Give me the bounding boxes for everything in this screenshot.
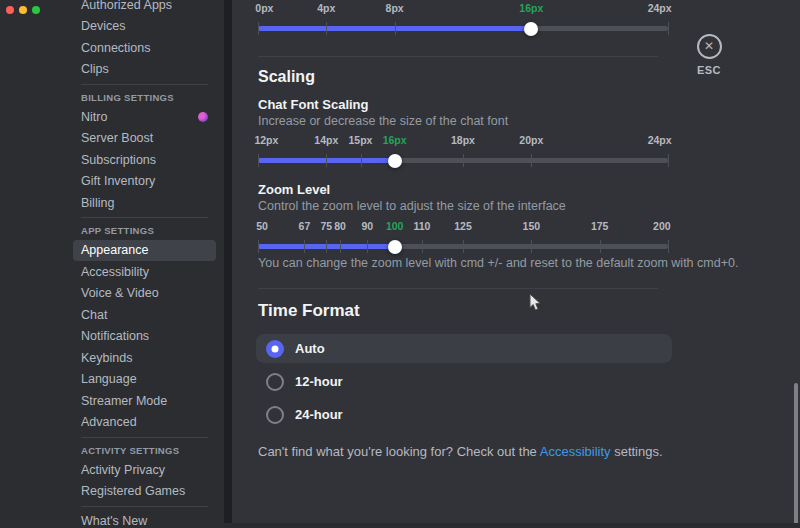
sidebar-item-label: Server Boost (81, 131, 153, 145)
slider-tick-label: 4px (317, 2, 335, 14)
slider-tick-label: 24px (648, 2, 672, 14)
close-window-icon[interactable] (6, 6, 14, 14)
radio-unselected-icon[interactable] (266, 406, 284, 424)
sidebar-item-voice-video[interactable]: Voice & Video (73, 283, 216, 305)
sidebar-item-what-s-new[interactable]: What's New (73, 510, 216, 528)
slider-tick-label: 16px (383, 134, 407, 146)
sidebar-item-streamer-mode[interactable]: Streamer Mode (73, 390, 216, 412)
slider-tick (367, 240, 368, 253)
slider-tick-label: 24px (648, 134, 672, 146)
slider-tick-label: 8px (386, 2, 404, 14)
mouse-cursor-icon (529, 293, 542, 312)
slider-tick-label: 18px (451, 134, 475, 146)
time-format-option-24-hour[interactable]: 24-hour (256, 400, 672, 429)
content-scrollbar[interactable] (794, 383, 798, 528)
sidebar-item-label: Language (81, 372, 137, 386)
sidebar-group-header-app-settings: APP SETTINGS (73, 222, 216, 240)
sidebar-item-label: Devices (81, 19, 125, 33)
divider (258, 288, 658, 289)
sidebar-item-activity-privacy[interactable]: Activity Privacy (73, 459, 216, 481)
sidebar-item-label: Appearance (81, 243, 148, 257)
sidebar-item-label: Streamer Mode (81, 394, 167, 408)
sidebar-item-authorized-apps[interactable]: Authorized Apps (73, 0, 216, 16)
sidebar-item-billing[interactable]: Billing (73, 192, 216, 214)
sidebar-item-keybinds[interactable]: Keybinds (73, 347, 216, 369)
sidebar-item-chat[interactable]: Chat (73, 304, 216, 326)
slider-tick (668, 154, 669, 167)
slider-tick (326, 240, 327, 253)
sidebar-item-notifications[interactable]: Notifications (73, 326, 216, 348)
sidebar-item-label: Advanced (81, 415, 137, 429)
footer-note: Can't find what you're looking for? Chec… (258, 444, 663, 459)
radio-option-label: 24-hour (295, 407, 343, 422)
slider-tick-label: 125 (454, 220, 472, 232)
discord-settings-window: Authorized AppsDevicesConnectionsClipsBI… (0, 0, 800, 528)
slider-thumb[interactable] (524, 22, 538, 36)
time-format-option-12-hour[interactable]: 12-hour (256, 367, 672, 396)
slider-tick (258, 240, 259, 253)
appearance-settings-content: 0px4px8px16px24px Scaling Chat Font Scal… (232, 0, 800, 528)
message-spacing-slider[interactable]: 0px4px8px16px24px (258, 2, 668, 42)
radio-option-label: Auto (295, 341, 325, 356)
chat-font-scaling-description: Increase or decrease the size of the cha… (258, 114, 508, 128)
sidebar-item-server-boost[interactable]: Server Boost (73, 128, 216, 150)
scaling-section-title: Scaling (258, 68, 315, 86)
chat-font-scaling-title: Chat Font Scaling (258, 97, 369, 112)
sidebar-item-label: Activity Privacy (81, 463, 165, 477)
chat-font-scaling-slider[interactable]: 12px14px15px16px18px20px24px (258, 134, 668, 174)
radio-selected-icon[interactable] (266, 340, 284, 358)
sidebar-item-subscriptions[interactable]: Subscriptions (73, 149, 216, 171)
slider-tick-label: 175 (591, 220, 609, 232)
sidebar-item-advanced[interactable]: Advanced (73, 412, 216, 434)
slider-tick-label: 0px (255, 2, 273, 14)
sidebar-item-appearance[interactable]: Appearance (73, 240, 216, 262)
slider-tick (531, 154, 532, 167)
accessibility-link[interactable]: Accessibility (540, 444, 611, 459)
sidebar-item-connections[interactable]: Connections (73, 37, 216, 59)
sidebar-content-gutter (224, 0, 232, 528)
slider-tick-label: 80 (334, 220, 346, 232)
slider-tick (258, 22, 259, 35)
sidebar-nav: Authorized AppsDevicesConnectionsClipsBI… (73, 0, 216, 528)
sidebar-group-header-activity-settings: ACTIVITY SETTINGS (73, 441, 216, 459)
time-format-option-auto[interactable]: Auto (256, 334, 672, 363)
time-format-section-title: Time Format (258, 301, 360, 321)
sidebar-item-label: Keybinds (81, 351, 132, 365)
sidebar-group-header-billing-settings: BILLING SETTINGS (73, 88, 216, 106)
slider-tick-label: 150 (523, 220, 541, 232)
radio-unselected-icon[interactable] (266, 373, 284, 391)
slider-tick-label: 100 (386, 220, 404, 232)
slider-tick-label: 90 (361, 220, 373, 232)
esc-label: ESC (685, 64, 733, 76)
window-bottom-edge (224, 523, 800, 528)
sidebar-item-devices[interactable]: Devices (73, 16, 216, 38)
sidebar-item-gift-inventory[interactable]: Gift Inventory (73, 171, 216, 193)
slider-thumb[interactable] (388, 154, 402, 168)
slider-thumb[interactable] (388, 240, 402, 254)
slider-tick-label: 110 (414, 220, 431, 232)
sidebar-item-label: Voice & Video (81, 286, 159, 300)
slider-tick-label: 20px (519, 134, 543, 146)
sidebar-item-nitro[interactable]: Nitro (73, 106, 216, 128)
zoom-level-slider[interactable]: 5067758090100110125150175200 (258, 220, 668, 260)
sidebar-item-label: Accessibility (81, 265, 149, 279)
slider-tick-label: 15px (349, 134, 373, 146)
slider-tick (668, 240, 669, 253)
sidebar-item-registered-games[interactable]: Registered Games (73, 481, 216, 503)
sidebar-item-label: Connections (81, 41, 151, 55)
close-icon[interactable]: ✕ (697, 34, 722, 59)
sidebar-item-label: Authorized Apps (81, 0, 172, 12)
sidebar-item-accessibility[interactable]: Accessibility (73, 261, 216, 283)
slider-tick (531, 240, 532, 253)
slider-tick (668, 22, 669, 35)
slider-tick (258, 154, 259, 167)
fullscreen-window-icon[interactable] (32, 6, 40, 14)
sidebar-item-clips[interactable]: Clips (73, 59, 216, 81)
slider-tick-label: 12px (254, 134, 278, 146)
minimize-window-icon[interactable] (19, 6, 27, 14)
slider-tick (463, 154, 464, 167)
sidebar-item-language[interactable]: Language (73, 369, 216, 391)
slider-tick (463, 240, 464, 253)
zoom-level-title: Zoom Level (258, 182, 330, 197)
sidebar-divider (81, 217, 208, 218)
